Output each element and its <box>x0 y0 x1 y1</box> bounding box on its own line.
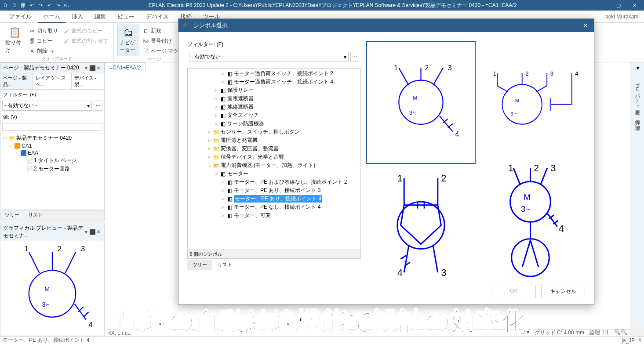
window-close[interactable]: ✕ <box>626 0 642 10</box>
svg-text:4: 4 <box>575 70 578 77</box>
new-file-icon[interactable]: 🗋 <box>2 2 9 9</box>
zoom-icon[interactable]: 🔍🔍 <box>614 329 627 337</box>
tree-tab-button[interactable]: ツリー <box>0 210 24 220</box>
symbol-thumb-2[interactable]: 1 2 3 4 M 3 ~ <box>476 41 585 164</box>
tree-folder-open[interactable]: ▵📂電力消費機器 (モーター、加熱、ライト) <box>188 161 360 170</box>
chevron-down-icon: ▾ <box>344 54 346 60</box>
panel-dropdown-icon[interactable]: ▾ <box>83 65 89 71</box>
rail-dropdown-icon[interactable]: ▾ <box>637 65 639 72</box>
tree-item[interactable]: ▷◧モーター、PE および巻線なし、接続ポイント 2 <box>188 178 360 186</box>
tree-item[interactable]: ▷◧漏電遮断器 <box>188 94 360 103</box>
toggle-icon[interactable]: ⎋▾ <box>63 2 70 9</box>
tree-page1[interactable]: 📄1 タイトル ページ <box>0 156 104 165</box>
symbol-thumb-4[interactable]: 1 2 3 4 M 3~ <box>476 164 585 279</box>
tree-item[interactable]: ▷◧安全スイッチ <box>188 111 360 119</box>
tree-motor-folder[interactable]: ▵◧モーター <box>188 170 360 178</box>
svg-text:1: 1 <box>397 173 403 184</box>
tree-item[interactable]: ▷◧サージ防護機器 <box>188 119 360 128</box>
svg-text:4: 4 <box>397 267 403 278</box>
tree-folder[interactable]: ▷📁変換器、変圧器、整流器 <box>188 145 360 153</box>
tree-ca1[interactable]: ▵🟧CA1 <box>0 142 104 149</box>
paste-button[interactable]: 📋 貼り付け <box>4 25 25 56</box>
dlg-filter-select[interactable]: - 有効でない -▾ <box>189 52 349 62</box>
svg-text:2: 2 <box>534 165 539 174</box>
dialog-close-icon[interactable]: ✕ <box>583 22 589 29</box>
panel-pin-icon[interactable]: ⬛ <box>89 65 95 71</box>
dlg-tree-tab[interactable]: ツリー <box>187 260 212 270</box>
tab-file[interactable]: ファイル <box>4 11 37 22</box>
panel-close-icon[interactable]: ✕ <box>95 65 102 71</box>
window-minimize[interactable]: — <box>595 0 611 10</box>
tab-devices[interactable]: デバイス - 製... <box>72 73 104 89</box>
delete-button[interactable]: ✕削除▾ <box>27 47 60 56</box>
navigator-icon: 🗂 <box>124 27 133 38</box>
tree-folder[interactable]: ▷📁電圧源と発電機 <box>188 136 360 145</box>
undo-icon[interactable]: ↶ <box>28 2 35 9</box>
document-tab[interactable]: =CA1+EAA/2 <box>105 62 146 72</box>
left-column: ページ - 製品デモセミナー 0420 ▾ ⬛ ✕ ページ - 製品... レイ… <box>0 62 105 336</box>
new-icon: 🗋 <box>143 28 149 34</box>
format-copy-button[interactable]: 🖌書式のコピー <box>62 26 110 36</box>
window-maximize[interactable]: ▢ <box>611 0 626 10</box>
svg-line-20 <box>440 116 453 132</box>
tab-insert[interactable]: 挿入 <box>66 11 88 22</box>
symbol-thumb-1[interactable]: 1 2 3 4 M 3~ <box>366 41 476 164</box>
filter-select[interactable]: - 有効でない -▾ <box>2 101 92 111</box>
project-tree: ▢📁製品デモセミナー 0420 ▵🟧CA1 ▵🟦EAA 📄1 タイトル ページ … <box>0 132 104 175</box>
tree-item[interactable]: ▷◧モーター過負荷スイッチ、接続ポイント 2 <box>188 69 360 78</box>
preview-close-icon[interactable]: ✕ <box>95 229 102 235</box>
tree-folder[interactable]: ▷📁センサー、スイッチ、押しボタン <box>188 128 360 136</box>
tab-edit[interactable]: 編集 <box>89 11 111 22</box>
redo2-icon[interactable]: ↷ <box>55 2 62 9</box>
titlebar: 🗋 🗋 🗐 ↶ ↷ ↶ ↷ ⎋▾ EPLAN Electric P8 2023 … <box>0 0 644 11</box>
tree-root[interactable]: ▢📁製品デモセミナー 0420 <box>0 134 104 142</box>
value-input[interactable] <box>2 123 102 131</box>
tree-page2[interactable]: 📄2 モーター回路 <box>0 165 104 173</box>
ok-button[interactable]: OK <box>492 285 536 298</box>
cut-button[interactable]: ✂切り取り <box>27 26 60 36</box>
svg-text:1: 1 <box>24 244 28 252</box>
navigator-button[interactable]: 🗂 ナビゲーター <box>117 25 139 56</box>
pages-panel-title: ページ - 製品デモセミナー 0420 <box>3 64 83 72</box>
right-rail: ▾ プロパティ概要 挿入の管理 <box>631 62 644 329</box>
dlg-list-tab[interactable]: リスト <box>212 260 237 270</box>
symbol-thumb-3[interactable]: 1 2 4 3 <box>366 164 476 279</box>
tab-view[interactable]: ビュー <box>112 11 140 22</box>
format-assign-button[interactable]: 🖌書式の割り当て <box>62 36 110 46</box>
svg-point-26 <box>502 84 542 124</box>
svg-text:3: 3 <box>448 64 452 72</box>
tree-item[interactable]: ▷◧モーター、PE なし、接続ポイント 4 <box>188 203 360 211</box>
brush-icon: 🖌 <box>63 28 69 34</box>
rail-properties-tab[interactable]: プロパティ概要 <box>633 76 642 109</box>
tab-pages[interactable]: ページ - 製品... <box>0 73 33 89</box>
tree-item[interactable]: ▷◧モーター過負荷スイッチ、接続ポイント 4 <box>188 78 360 86</box>
tree-item[interactable]: ▷◧保護リレー <box>188 86 360 94</box>
tree-item[interactable]: ▷◧地絡遮断器 <box>188 103 360 111</box>
list-tab-button[interactable]: リスト <box>24 210 47 220</box>
svg-text:3: 3 <box>550 165 556 174</box>
cancel-button[interactable]: キャンセル <box>541 285 585 298</box>
tree-folder[interactable]: ▷📁信号デバイス、光学と音響 <box>188 153 360 161</box>
numbering-icon: № <box>143 38 149 44</box>
undo2-icon[interactable]: ↶ <box>46 2 53 9</box>
dlg-filter-more-button[interactable]: … <box>350 52 359 62</box>
tree-item[interactable]: ▷◧モーター、PE あり、接続ポイント 3 <box>188 186 360 195</box>
tree-eaa[interactable]: ▵🟦EAA <box>0 149 104 156</box>
svg-line-53 <box>433 245 438 272</box>
preview-pin-icon[interactable]: ⬛ <box>89 229 95 235</box>
rail-insert-tab[interactable]: 挿入の管理 <box>633 114 642 125</box>
status-lang: ja_JP <box>622 337 635 344</box>
filter-more-button[interactable]: … <box>94 101 102 111</box>
svg-text:3: 3 <box>441 267 446 278</box>
tab-home[interactable]: ホーム <box>38 11 65 23</box>
tree-item-selected[interactable]: ▷◧モーター、PE あり、接続ポイント 4 <box>188 195 360 203</box>
copy-button[interactable]: 🗐コピー <box>27 36 60 46</box>
tab-layout[interactable]: レイアウト スペ... <box>33 73 71 89</box>
new-file2-icon[interactable]: 🗋 <box>11 2 18 9</box>
tree-item[interactable]: ▷◧モーター、可変 <box>188 211 360 220</box>
redo-icon[interactable]: ↷ <box>37 2 44 9</box>
cut-icon: ✂ <box>29 28 35 34</box>
copy-icon[interactable]: 🗐 <box>19 2 26 9</box>
tab-device[interactable]: デバイス <box>141 11 174 22</box>
preview-dropdown-icon[interactable]: ▾ <box>83 229 89 235</box>
